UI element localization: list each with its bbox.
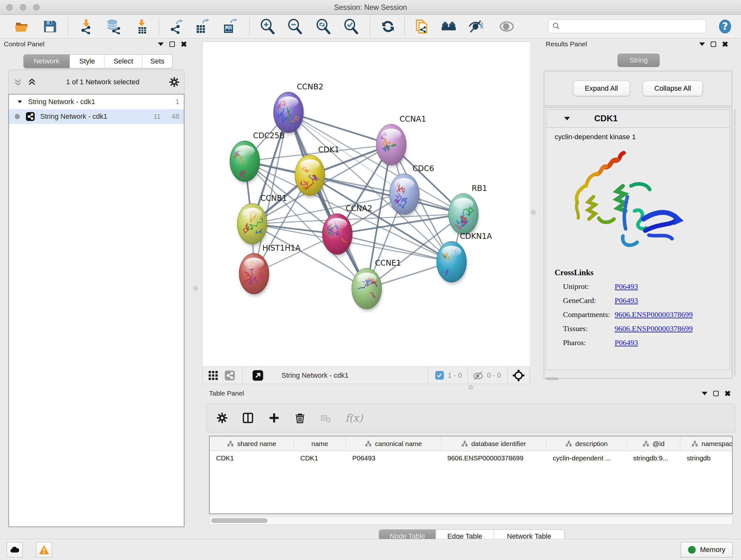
- zoom-selected-icon[interactable]: [343, 19, 359, 34]
- network-node-CCNA1[interactable]: CCNA1: [376, 115, 426, 167]
- network-row[interactable]: String Network - cdk1 11 48: [9, 109, 184, 124]
- window-title: Session: New Session: [0, 3, 741, 12]
- scrollbar-thumb[interactable]: [211, 518, 267, 523]
- close-panel-icon[interactable]: ✖: [181, 42, 187, 47]
- refresh-icon[interactable]: [381, 19, 396, 34]
- panel-menu-icon[interactable]: [702, 392, 708, 395]
- zoom-fit-icon[interactable]: [316, 19, 331, 34]
- collapse-all-icon[interactable]: [13, 77, 23, 87]
- search-field[interactable]: [548, 19, 706, 33]
- network-node-CCNE1[interactable]: CCNE1: [352, 259, 401, 311]
- show-columns-icon[interactable]: [242, 412, 254, 424]
- network-node-HIST1H1A[interactable]: HIST1H1A: [239, 244, 301, 296]
- first-neighbors-icon[interactable]: [441, 19, 456, 34]
- splitter-handle[interactable]: [193, 286, 198, 291]
- column-header-name[interactable]: name: [294, 436, 346, 451]
- results-horizontal-scrollbar[interactable]: [546, 377, 558, 380]
- warnings-button[interactable]: [36, 542, 52, 557]
- expand-all-button[interactable]: Expand All: [573, 81, 630, 96]
- network-edge[interactable]: [288, 112, 367, 289]
- help-icon[interactable]: ?: [718, 19, 733, 34]
- shared-column-icon: [461, 440, 468, 447]
- crosslink-link[interactable]: P06493: [615, 338, 638, 347]
- search-input[interactable]: [560, 23, 702, 30]
- gene-header-row[interactable]: CDK1: [546, 110, 730, 127]
- zoom-in-icon[interactable]: [260, 19, 275, 34]
- network-canvas[interactable]: CCNB2CCNA1CDC25BCDK1CDC6RB1CCNB1CCNA2CDK…: [203, 42, 530, 367]
- float-panel-icon[interactable]: [711, 42, 716, 47]
- column-header-shared-name[interactable]: shared name: [210, 436, 294, 451]
- gear-icon[interactable]: [169, 77, 180, 87]
- table-cell: stringdb:9...: [627, 451, 680, 465]
- gene-name: CDK1: [594, 114, 618, 124]
- birds-eye-view-icon[interactable]: [208, 370, 219, 381]
- column-header-database-identifier[interactable]: database identifier: [441, 436, 546, 451]
- node-table[interactable]: shared namenamecanonical namedatabase id…: [209, 436, 733, 514]
- splitter-handle[interactable]: [468, 385, 473, 389]
- results-vertical-scrollbar[interactable]: [733, 109, 736, 376]
- panel-menu-icon[interactable]: [699, 43, 705, 46]
- tab-string[interactable]: String: [617, 54, 659, 67]
- network-node-CDC25B[interactable]: CDC25B: [230, 131, 285, 186]
- column-header-@id[interactable]: @id: [627, 436, 680, 451]
- export-network-icon[interactable]: [169, 19, 184, 34]
- splitter-handle[interactable]: [531, 210, 536, 214]
- table-horizontal-scrollbar[interactable]: [209, 516, 733, 525]
- string-style-icon[interactable]: [224, 370, 235, 381]
- network-node-CDC6[interactable]: CDC6: [389, 164, 434, 216]
- crosslink-link[interactable]: P06493: [615, 296, 638, 305]
- tab-network[interactable]: Network: [23, 55, 70, 68]
- export-table-icon[interactable]: [194, 19, 209, 34]
- tab-style[interactable]: Style: [70, 55, 105, 68]
- network-collection-row[interactable]: String Network - cdk1 1: [9, 95, 184, 109]
- table-gear-icon[interactable]: [216, 412, 228, 424]
- clone-network-icon[interactable]: [414, 19, 429, 34]
- crosslink-link[interactable]: 9606.ENSP00000378699: [615, 324, 693, 333]
- memory-button[interactable]: Memory: [681, 542, 733, 557]
- crosslink-link[interactable]: 9606.ENSP00000378699: [615, 310, 693, 319]
- tree-expand-icon[interactable]: [17, 99, 23, 105]
- import-network-from-database-icon[interactable]: [105, 19, 121, 34]
- float-panel-icon[interactable]: [170, 42, 175, 47]
- selected-checkbox[interactable]: [435, 371, 444, 380]
- save-session-icon[interactable]: [42, 19, 57, 34]
- panel-menu-icon[interactable]: [158, 43, 164, 46]
- network-edge[interactable]: [288, 112, 391, 145]
- crosslink-row: Uniprot:P06493: [555, 282, 693, 291]
- table-row[interactable]: CDK1CDK1P064939606.ENSP00000378699cyclin…: [210, 451, 732, 465]
- column-header-namespace[interactable]: namespace: [680, 436, 733, 451]
- zoom-out-icon[interactable]: [287, 19, 302, 34]
- node-label: CCNA1: [400, 115, 426, 124]
- column-header-canonical-name[interactable]: canonical name: [346, 436, 441, 451]
- column-label: name: [312, 440, 328, 448]
- collapse-gene-icon[interactable]: [564, 117, 570, 120]
- network-edge[interactable]: [337, 234, 452, 262]
- network-node-CCNB1[interactable]: CCNB1: [237, 194, 287, 246]
- export-image-icon[interactable]: [221, 19, 237, 34]
- delete-column-icon[interactable]: [294, 412, 306, 424]
- hide-graphics-details-icon[interactable]: [468, 19, 483, 34]
- expand-all-icon[interactable]: [27, 77, 37, 87]
- toolbar-separator: [249, 17, 250, 36]
- open-session-icon[interactable]: [14, 19, 29, 34]
- tab-sets[interactable]: Sets: [142, 55, 172, 68]
- float-panel-icon[interactable]: [713, 391, 719, 396]
- close-panel-icon[interactable]: ✖: [722, 42, 728, 47]
- crosshair-icon[interactable]: [512, 369, 525, 382]
- network-node-CDKN1A[interactable]: CDKN1A: [434, 232, 492, 285]
- import-table-icon[interactable]: [134, 19, 149, 34]
- network-node-RB1[interactable]: RB1: [448, 184, 487, 236]
- crosslink-link[interactable]: P06493: [615, 282, 638, 291]
- column-header-description[interactable]: description: [546, 436, 627, 451]
- import-network-icon[interactable]: [78, 19, 94, 34]
- open-in-window-icon[interactable]: [252, 370, 264, 381]
- collapse-all-button[interactable]: Collapse All: [643, 81, 703, 96]
- gene-details: cyclin-dependent kinase 1: [546, 127, 730, 370]
- show-graphics-details-icon[interactable]: [499, 19, 515, 34]
- tab-select[interactable]: Select: [105, 55, 142, 68]
- cloud-button[interactable]: [7, 542, 23, 557]
- close-panel-icon[interactable]: ✖: [724, 391, 731, 396]
- toolbar-separator: [508, 367, 508, 384]
- add-column-icon[interactable]: [268, 412, 280, 424]
- network-node-CCNB2[interactable]: CCNB2: [273, 82, 323, 135]
